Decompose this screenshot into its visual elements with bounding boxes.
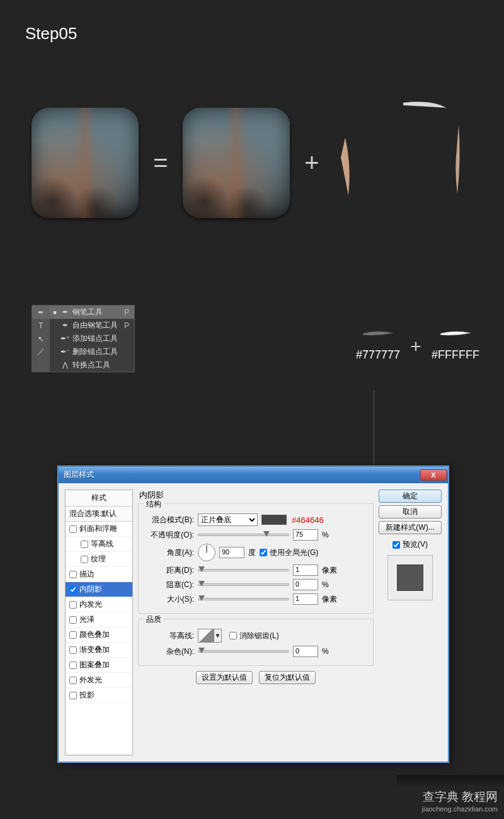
tool-path-select-icon[interactable]: ↖ [32,332,50,345]
close-button[interactable]: X [420,469,447,481]
style-checkbox[interactable] [69,692,77,699]
contour-dropdown-icon[interactable]: ▼ [214,629,222,643]
tool-pen-icon[interactable]: ✒ [32,306,50,319]
pen-tool-list: ■ ✒ 钢笔工具 P ✒ 自由钢笔工具 P ✒⁺ 添加锚点工具 ✒⁻ 删除锚点工… [50,306,134,372]
angle-dial[interactable] [198,544,215,561]
style-label: 描边 [79,569,94,580]
style-checkbox[interactable] [69,586,77,593]
angle-unit: 度 [248,547,256,558]
style-checkbox[interactable] [69,631,77,639]
style-checkbox[interactable] [69,677,77,684]
contour-label: 等高线: [146,631,194,641]
blend-mode-row: 混合模式(B): 正片叠底 #464646 [146,513,365,526]
style-row[interactable]: 图案叠加 [66,658,132,673]
tool-shortcut: P [120,321,129,330]
opacity-slider[interactable] [198,534,289,536]
style-row[interactable]: 颜色叠加 [66,627,132,643]
pen-tool-item[interactable]: ■ ✒ 钢笔工具 P [50,306,134,319]
pen-tool-flyout: ✒ T ↖ ／ ■ ✒ 钢笔工具 P ✒ 自由钢笔工具 P ✒⁺ 添加锚点工具 … [32,305,135,372]
style-row[interactable]: 内阴影 [66,582,132,597]
preview-check[interactable]: 预览(V) [379,539,442,550]
contour-swatch[interactable] [198,629,214,643]
choke-input[interactable]: 0 [293,579,318,590]
style-label: 渐变叠加 [79,644,110,655]
style-label: 等高线 [91,539,113,549]
distance-slider[interactable] [198,569,289,571]
preview-checkbox[interactable] [392,541,400,549]
style-row[interactable]: 纹理 [66,552,132,567]
convert-point-item[interactable]: ⋀ 转换点工具 [50,358,134,372]
style-label: 外发光 [79,675,102,685]
angle-input[interactable]: 90 [219,547,244,558]
style-checkbox[interactable] [69,601,77,609]
style-row[interactable]: 光泽 [66,612,132,627]
choke-label: 阻塞(C): [146,580,194,590]
style-row[interactable]: 斜面和浮雕 [66,522,132,537]
antialias-checkbox[interactable] [229,632,237,639]
style-row[interactable]: 投影 [66,688,132,703]
style-checkbox[interactable] [69,571,77,578]
add-anchor-icon: ✒⁺ [60,335,70,343]
style-checkbox[interactable] [69,662,77,669]
result-tile [32,108,139,218]
shade-strip [397,775,504,788]
watermark-url: jiaocheng.chazidian.com [422,805,498,813]
global-light-check[interactable]: 使用全局光(G) [260,547,318,558]
noise-slider[interactable] [198,650,289,653]
style-checkbox[interactable] [69,525,77,533]
color-swatch[interactable] [261,515,287,525]
add-anchor-item[interactable]: ✒⁺ 添加锚点工具 [50,332,134,345]
step-title: Step05 [25,24,77,43]
contour-row: 等高线: ▼ 消除锯齿(L) [146,629,365,643]
reset-default-button[interactable]: 复位为默认值 [259,671,316,684]
style-label: 图案叠加 [79,660,110,670]
tool-label: 转换点工具 [72,360,118,370]
freeform-pen-item[interactable]: ✒ 自由钢笔工具 P [50,319,134,332]
swatch-right-label: #FFFFFF [432,348,479,362]
tool-type-icon[interactable]: T [32,319,50,332]
delete-anchor-item[interactable]: ✒⁻ 删除锚点工具 [50,345,134,358]
ok-button[interactable]: 确定 [379,490,442,503]
noise-row: 杂色(N): 0 % [146,646,365,657]
cancel-button[interactable]: 取消 [379,505,442,518]
size-slider[interactable] [198,598,289,600]
style-label: 内发光 [79,599,102,610]
style-row[interactable]: 描边 [66,567,132,582]
style-checkbox[interactable] [81,556,88,563]
style-checkbox[interactable] [69,646,77,654]
swatch-equation: #777777 + #FFFFFF [356,331,479,362]
highlight-shapes [334,100,460,226]
dialog-right-column: 确定 取消 新建样式(W)... 预览(V) [379,490,442,755]
blend-options-row[interactable]: 混合选项:默认 [66,507,132,522]
dialog-titlebar[interactable]: 图层样式 X [59,467,448,483]
watermark: 查字典 教程网 jiaocheng.chazidian.com [422,789,498,813]
antialias-check[interactable]: 消除锯齿(L) [229,631,279,641]
style-row[interactable]: 外发光 [66,673,132,688]
global-light-checkbox[interactable] [260,549,267,556]
equals-sign: = [151,149,170,177]
base-tile [183,108,290,218]
tool-label: 删除锚点工具 [72,346,118,357]
style-label: 斜面和浮雕 [79,524,117,534]
size-input[interactable]: 1 [293,593,318,605]
styles-header[interactable]: 样式 [66,490,132,507]
size-row: 大小(S): 1 像素 [146,593,365,605]
watermark-title: 查字典 教程网 [422,789,498,805]
blend-options-label: 混合选项:默认 [69,508,117,519]
distance-input[interactable]: 1 [293,564,318,576]
style-row[interactable]: 内发光 [66,597,132,612]
blend-mode-select[interactable]: 正片叠底 [198,513,258,526]
noise-input[interactable]: 0 [293,646,318,657]
close-icon: X [431,471,435,479]
style-checkbox[interactable] [81,541,88,548]
new-style-button[interactable]: 新建样式(W)... [379,521,442,534]
angle-row: 角度(A): 90 度 使用全局光(G) [146,544,365,561]
tool-line-icon[interactable]: ／ [32,345,50,358]
set-default-button[interactable]: 设置为默认值 [196,671,253,684]
style-row[interactable]: 等高线 [66,537,132,552]
style-checkbox[interactable] [69,616,77,624]
style-row[interactable]: 渐变叠加 [66,643,132,658]
opacity-input[interactable]: 75 [293,529,318,541]
style-label: 纹理 [91,554,106,564]
choke-slider[interactable] [198,583,289,586]
